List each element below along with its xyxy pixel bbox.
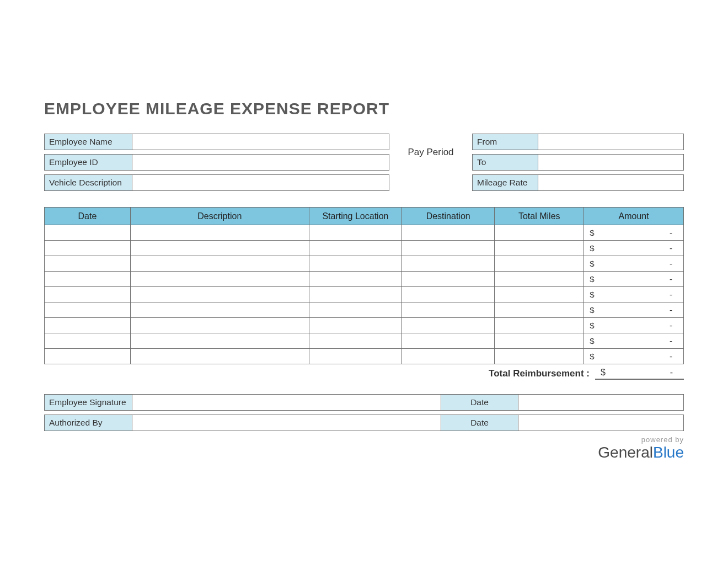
table-row: $- — [45, 287, 684, 302]
brand-general: General — [598, 444, 653, 461]
cell-description[interactable] — [130, 287, 309, 302]
total-reimbursement-label: Total Reimbursement : — [489, 368, 590, 379]
cell-date[interactable] — [45, 302, 131, 318]
cell-start[interactable] — [309, 302, 402, 318]
cell-description[interactable] — [130, 302, 309, 318]
table-row: $- — [45, 225, 684, 241]
cell-miles[interactable] — [495, 333, 584, 349]
cell-description[interactable] — [130, 241, 309, 256]
cell-start[interactable] — [309, 287, 402, 302]
employee-signature-date-field[interactable] — [518, 394, 684, 411]
header-amount: Amount — [584, 208, 684, 225]
table-row: $- — [45, 272, 684, 287]
cell-description[interactable] — [130, 349, 309, 364]
header-description: Description — [130, 208, 309, 225]
cell-description[interactable] — [130, 333, 309, 349]
expense-table: Date Description Starting Location Desti… — [44, 207, 684, 364]
employee-signature-field[interactable] — [132, 394, 441, 411]
cell-date[interactable] — [45, 349, 131, 364]
report-title: EMPLOYEE MILEAGE EXPENSE REPORT — [44, 99, 684, 118]
cell-date[interactable] — [45, 272, 131, 287]
authorized-by-field[interactable] — [132, 415, 441, 431]
header-destination: Destination — [402, 208, 495, 225]
cell-amount[interactable]: $- — [584, 256, 684, 272]
from-field[interactable] — [538, 134, 684, 150]
cell-description[interactable] — [130, 225, 309, 241]
cell-dest[interactable] — [402, 272, 495, 287]
authorized-by-label: Authorized By — [44, 415, 132, 431]
from-label: From — [472, 134, 538, 150]
info-section: Employee Name Employee ID Vehicle Descri… — [44, 134, 684, 195]
cell-miles[interactable] — [495, 272, 584, 287]
total-currency: $ — [601, 368, 606, 378]
employee-signature-label: Employee Signature — [44, 394, 132, 411]
pay-period-label: Pay Period — [389, 134, 472, 158]
cell-dest[interactable] — [402, 318, 495, 333]
cell-description[interactable] — [130, 272, 309, 287]
table-row: $- — [45, 241, 684, 256]
cell-miles[interactable] — [495, 302, 584, 318]
to-field[interactable] — [538, 154, 684, 171]
employee-name-label: Employee Name — [44, 134, 132, 150]
cell-description[interactable] — [130, 318, 309, 333]
powered-by-text: powered by — [44, 435, 684, 444]
cell-start[interactable] — [309, 272, 402, 287]
table-row: $- — [45, 349, 684, 364]
cell-miles[interactable] — [495, 225, 584, 241]
vehicle-description-label: Vehicle Description — [44, 174, 132, 191]
cell-amount[interactable]: $- — [584, 225, 684, 241]
cell-miles[interactable] — [495, 256, 584, 272]
header-starting-location: Starting Location — [309, 208, 402, 225]
cell-date[interactable] — [45, 287, 131, 302]
cell-date[interactable] — [45, 225, 131, 241]
cell-amount[interactable]: $- — [584, 302, 684, 318]
header-date: Date — [45, 208, 131, 225]
mileage-rate-label: Mileage Rate — [472, 174, 538, 191]
total-amount: - — [670, 368, 673, 378]
cell-date[interactable] — [45, 241, 131, 256]
brand-logo: GeneralBlue — [44, 444, 684, 461]
cell-miles[interactable] — [495, 349, 584, 364]
header-total-miles: Total Miles — [495, 208, 584, 225]
employee-name-field[interactable] — [132, 134, 389, 150]
cell-miles[interactable] — [495, 287, 584, 302]
table-row: $- — [45, 302, 684, 318]
cell-amount[interactable]: $- — [584, 349, 684, 364]
to-label: To — [472, 154, 538, 171]
vehicle-description-field[interactable] — [132, 174, 389, 191]
footer: powered by GeneralBlue — [44, 435, 684, 461]
employee-id-field[interactable] — [132, 154, 389, 171]
employee-signature-date-label: Date — [441, 394, 518, 411]
cell-start[interactable] — [309, 241, 402, 256]
mileage-rate-field[interactable] — [538, 174, 684, 191]
cell-dest[interactable] — [402, 333, 495, 349]
cell-amount[interactable]: $- — [584, 318, 684, 333]
total-reimbursement-row: Total Reimbursement : $ - — [44, 368, 684, 380]
cell-dest[interactable] — [402, 256, 495, 272]
cell-dest[interactable] — [402, 302, 495, 318]
cell-start[interactable] — [309, 318, 402, 333]
cell-amount[interactable]: $- — [584, 241, 684, 256]
cell-start[interactable] — [309, 333, 402, 349]
authorized-date-label: Date — [441, 415, 518, 431]
cell-date[interactable] — [45, 333, 131, 349]
cell-miles[interactable] — [495, 318, 584, 333]
cell-date[interactable] — [45, 318, 131, 333]
cell-date[interactable] — [45, 256, 131, 272]
cell-dest[interactable] — [402, 241, 495, 256]
table-row: $- — [45, 318, 684, 333]
employee-id-label: Employee ID — [44, 154, 132, 171]
cell-miles[interactable] — [495, 241, 584, 256]
cell-dest[interactable] — [402, 287, 495, 302]
cell-amount[interactable]: $- — [584, 272, 684, 287]
cell-dest[interactable] — [402, 349, 495, 364]
cell-amount[interactable]: $- — [584, 333, 684, 349]
cell-amount[interactable]: $- — [584, 287, 684, 302]
cell-dest[interactable] — [402, 225, 495, 241]
cell-description[interactable] — [130, 256, 309, 272]
table-row: $- — [45, 333, 684, 349]
cell-start[interactable] — [309, 256, 402, 272]
cell-start[interactable] — [309, 225, 402, 241]
cell-start[interactable] — [309, 349, 402, 364]
authorized-date-field[interactable] — [518, 415, 684, 431]
